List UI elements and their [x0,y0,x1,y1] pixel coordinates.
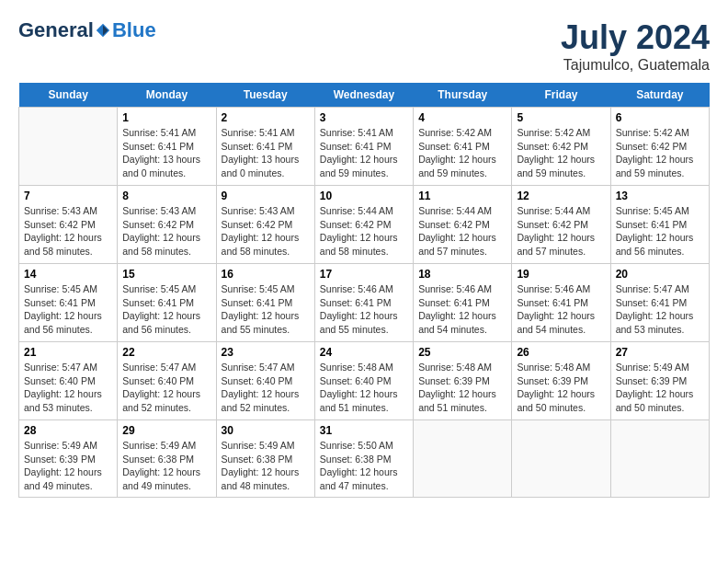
cell-info: Sunrise: 5:42 AM Sunset: 6:42 PM Dayligh… [616,126,704,180]
date-number: 14 [24,268,112,281]
calendar-cell: 27Sunrise: 5:49 AM Sunset: 6:39 PM Dayli… [610,342,709,420]
cell-info: Sunrise: 5:43 AM Sunset: 6:42 PM Dayligh… [122,204,210,259]
date-number: 16 [222,268,310,281]
day-header-tuesday: Tuesday [216,83,314,108]
date-number: 12 [517,190,605,202]
calendar-cell: 22Sunrise: 5:47 AM Sunset: 6:40 PM Dayli… [118,342,216,420]
day-header-saturday: Saturday [610,83,709,108]
cell-info: Sunrise: 5:42 AM Sunset: 6:42 PM Dayligh… [517,126,605,180]
calendar-cell: 23Sunrise: 5:47 AM Sunset: 6:40 PM Dayli… [216,342,314,420]
calendar-cell: 14Sunrise: 5:45 AM Sunset: 6:41 PM Dayli… [19,264,118,342]
date-number: 10 [320,190,408,202]
cell-info: Sunrise: 5:44 AM Sunset: 6:42 PM Dayligh… [517,204,605,259]
date-number: 2 [222,111,310,124]
calendar-cell: 29Sunrise: 5:49 AM Sunset: 6:38 PM Dayli… [118,420,216,498]
cell-info: Sunrise: 5:48 AM Sunset: 6:40 PM Dayligh… [320,361,408,415]
cell-info: Sunrise: 5:41 AM Sunset: 6:41 PM Dayligh… [320,126,408,180]
calendar-cell: 17Sunrise: 5:46 AM Sunset: 6:41 PM Dayli… [314,264,413,342]
day-header-monday: Monday [118,83,216,108]
cell-info: Sunrise: 5:47 AM Sunset: 6:40 PM Dayligh… [24,361,112,415]
header: General Blue July 2024 Tajumulco, Guatem… [18,18,710,74]
date-number: 4 [418,111,506,124]
cell-info: Sunrise: 5:46 AM Sunset: 6:41 PM Dayligh… [517,282,605,337]
cell-info: Sunrise: 5:43 AM Sunset: 6:42 PM Dayligh… [222,204,310,259]
cell-info: Sunrise: 5:48 AM Sunset: 6:39 PM Dayligh… [517,361,605,415]
date-number: 6 [616,111,704,124]
cell-info: Sunrise: 5:45 AM Sunset: 6:41 PM Dayligh… [616,204,704,259]
calendar-cell: 30Sunrise: 5:49 AM Sunset: 6:38 PM Dayli… [216,420,314,498]
main-title: July 2024 [561,18,710,57]
cell-info: Sunrise: 5:42 AM Sunset: 6:41 PM Dayligh… [418,126,506,180]
calendar-cell: 8Sunrise: 5:43 AM Sunset: 6:42 PM Daylig… [118,186,216,264]
date-number: 15 [122,268,210,281]
date-number: 9 [222,190,310,202]
cell-info: Sunrise: 5:45 AM Sunset: 6:41 PM Dayligh… [222,282,310,337]
calendar-cell: 1Sunrise: 5:41 AM Sunset: 6:41 PM Daylig… [118,108,216,186]
calendar-cell [512,420,610,498]
date-number: 20 [616,268,704,281]
calendar-cell: 5Sunrise: 5:42 AM Sunset: 6:42 PM Daylig… [512,108,610,186]
title-block: July 2024 Tajumulco, Guatemala [561,18,710,74]
date-number: 7 [24,190,112,202]
calendar-cell: 25Sunrise: 5:48 AM Sunset: 6:39 PM Dayli… [414,342,512,420]
cell-info: Sunrise: 5:44 AM Sunset: 6:42 PM Dayligh… [320,204,408,259]
date-number: 29 [122,424,210,437]
day-header-wednesday: Wednesday [314,83,413,108]
calendar-cell: 11Sunrise: 5:44 AM Sunset: 6:42 PM Dayli… [414,186,512,264]
date-number: 26 [517,346,605,359]
date-number: 24 [320,346,408,359]
calendar-cell: 3Sunrise: 5:41 AM Sunset: 6:41 PM Daylig… [314,108,413,186]
calendar-table: SundayMondayTuesdayWednesdayThursdayFrid… [18,83,710,498]
calendar-cell: 7Sunrise: 5:43 AM Sunset: 6:42 PM Daylig… [19,186,118,264]
date-number: 5 [517,111,605,124]
cell-info: Sunrise: 5:48 AM Sunset: 6:39 PM Dayligh… [418,361,506,415]
cell-info: Sunrise: 5:41 AM Sunset: 6:41 PM Dayligh… [122,126,210,180]
date-number: 25 [418,346,506,359]
calendar-cell: 24Sunrise: 5:48 AM Sunset: 6:40 PM Dayli… [314,342,413,420]
subtitle: Tajumulco, Guatemala [561,57,710,74]
date-number: 30 [222,424,310,437]
logo: General Blue [18,18,156,42]
calendar-cell: 2Sunrise: 5:41 AM Sunset: 6:41 PM Daylig… [216,108,314,186]
date-number: 23 [222,346,310,359]
calendar-cell [610,420,709,498]
calendar-cell: 4Sunrise: 5:42 AM Sunset: 6:41 PM Daylig… [414,108,512,186]
cell-info: Sunrise: 5:49 AM Sunset: 6:38 PM Dayligh… [222,439,310,493]
calendar-cell: 20Sunrise: 5:47 AM Sunset: 6:41 PM Dayli… [610,264,709,342]
logo-blue-text: Blue [112,18,156,42]
calendar-cell [414,420,512,498]
calendar-cell: 13Sunrise: 5:45 AM Sunset: 6:41 PM Dayli… [610,186,709,264]
cell-info: Sunrise: 5:43 AM Sunset: 6:42 PM Dayligh… [24,204,112,259]
calendar-cell: 19Sunrise: 5:46 AM Sunset: 6:41 PM Dayli… [512,264,610,342]
calendar-cell: 12Sunrise: 5:44 AM Sunset: 6:42 PM Dayli… [512,186,610,264]
cell-info: Sunrise: 5:49 AM Sunset: 6:39 PM Dayligh… [616,361,704,415]
date-number: 19 [517,268,605,281]
logo-icon [95,22,111,39]
cell-info: Sunrise: 5:45 AM Sunset: 6:41 PM Dayligh… [122,282,210,337]
calendar-cell: 10Sunrise: 5:44 AM Sunset: 6:42 PM Dayli… [314,186,413,264]
date-number: 22 [122,346,210,359]
calendar-cell: 31Sunrise: 5:50 AM Sunset: 6:38 PM Dayli… [314,420,413,498]
cell-info: Sunrise: 5:50 AM Sunset: 6:38 PM Dayligh… [320,439,408,493]
calendar-cell: 21Sunrise: 5:47 AM Sunset: 6:40 PM Dayli… [19,342,118,420]
cell-info: Sunrise: 5:49 AM Sunset: 6:39 PM Dayligh… [24,439,112,493]
date-number: 1 [122,111,210,124]
calendar-cell: 18Sunrise: 5:46 AM Sunset: 6:41 PM Dayli… [414,264,512,342]
calendar-cell: 6Sunrise: 5:42 AM Sunset: 6:42 PM Daylig… [610,108,709,186]
date-number: 11 [418,190,506,202]
calendar-cell [19,108,118,186]
cell-info: Sunrise: 5:47 AM Sunset: 6:40 PM Dayligh… [222,361,310,415]
cell-info: Sunrise: 5:46 AM Sunset: 6:41 PM Dayligh… [320,282,408,337]
calendar-cell: 26Sunrise: 5:48 AM Sunset: 6:39 PM Dayli… [512,342,610,420]
date-number: 31 [320,424,408,437]
cell-info: Sunrise: 5:45 AM Sunset: 6:41 PM Dayligh… [24,282,112,337]
date-number: 28 [24,424,112,437]
day-header-sunday: Sunday [19,83,118,108]
cell-info: Sunrise: 5:47 AM Sunset: 6:41 PM Dayligh… [616,282,704,337]
date-number: 21 [24,346,112,359]
cell-info: Sunrise: 5:44 AM Sunset: 6:42 PM Dayligh… [418,204,506,259]
calendar-cell: 16Sunrise: 5:45 AM Sunset: 6:41 PM Dayli… [216,264,314,342]
date-number: 18 [418,268,506,281]
date-number: 17 [320,268,408,281]
calendar-cell: 28Sunrise: 5:49 AM Sunset: 6:39 PM Dayli… [19,420,118,498]
